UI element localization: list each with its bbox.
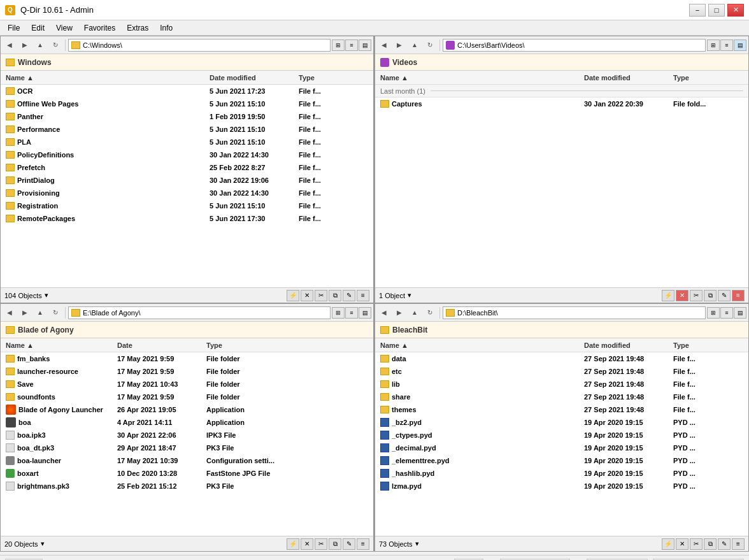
back-button-bl[interactable]: ◀ — [3, 306, 17, 319]
menu-info[interactable]: Info — [155, 22, 178, 34]
back-button-tr[interactable]: ◀ — [377, 39, 391, 52]
view-details-bl[interactable]: ▤ — [359, 307, 371, 319]
table-row[interactable]: boa_dt.pk3 29 Apr 2021 18:47 PK3 File — [1, 442, 373, 454]
status-action-bl-3[interactable]: ✂ — [315, 538, 327, 550]
forward-button-br[interactable]: ▶ — [392, 306, 406, 319]
table-row[interactable]: _elementtree.pyd 19 Apr 2020 19:15 PYD .… — [375, 454, 748, 467]
forward-button-bl[interactable]: ▶ — [18, 306, 32, 319]
status-action-br-4[interactable]: ⧉ — [704, 538, 717, 550]
menu-favorites[interactable]: Favorites — [79, 22, 120, 34]
status-action-tr-6[interactable]: ≡ — [732, 290, 745, 301]
table-row[interactable]: boa-launcher 17 May 2021 10:39 Configura… — [1, 454, 373, 467]
table-row[interactable]: PolicyDefinitions 30 Jan 2022 14:30 File… — [1, 148, 373, 161]
status-action-bl-4[interactable]: ⧉ — [329, 538, 341, 550]
table-row[interactable]: Save 17 May 2021 10:43 File folder — [1, 378, 373, 391]
table-row[interactable]: _bz2.pyd 19 Apr 2020 19:15 PYD ... — [375, 416, 748, 429]
table-row[interactable]: etc 27 Sep 2021 19:48 File f... — [375, 365, 748, 378]
status-action-tr-3[interactable]: ✂ — [690, 290, 703, 301]
table-row[interactable]: Provisioning 30 Jan 2022 14:30 File f... — [1, 187, 373, 199]
table-row[interactable]: share 27 Sep 2021 19:48 File f... — [375, 391, 748, 403]
view-icons-tr[interactable]: ⊞ — [707, 39, 720, 51]
table-row[interactable]: _hashlib.pyd 19 Apr 2020 19:15 PYD ... — [375, 467, 748, 480]
table-row[interactable]: lib 27 Sep 2021 19:48 File f... — [375, 378, 748, 391]
table-row[interactable]: _ctypes.pyd 19 Apr 2020 19:15 PYD ... — [375, 429, 748, 442]
menu-edit[interactable]: Edit — [26, 22, 50, 34]
status-action-br-2[interactable]: ✕ — [676, 538, 688, 550]
forward-button-tr[interactable]: ▶ — [392, 39, 406, 52]
status-action-tr-2[interactable]: ✕ — [676, 290, 688, 301]
table-row[interactable]: OCR 5 Jun 2021 17:23 File f... — [1, 85, 373, 97]
up-button-tr[interactable]: ▲ — [408, 39, 422, 52]
status-dropdown-tr[interactable]: ▾ — [408, 291, 411, 299]
table-row[interactable]: lzma.pyd 19 Apr 2020 19:15 PYD ... — [375, 480, 748, 492]
table-row[interactable]: fm_banks 17 May 2021 9:59 File folder — [1, 352, 373, 365]
forward-button[interactable]: ▶ — [18, 39, 32, 52]
status-action-4[interactable]: ⧉ — [329, 290, 341, 301]
view-list[interactable]: ≡ — [345, 39, 358, 51]
table-row[interactable]: boa 4 Apr 2021 14:11 Application — [1, 416, 373, 429]
table-row[interactable]: Blade of Agony Launcher 26 Apr 2021 19:0… — [1, 403, 373, 416]
address-bar-bottom-right[interactable]: D:\BleachBit\ — [443, 306, 706, 319]
back-button-br[interactable]: ◀ — [377, 306, 391, 319]
status-action-br-1[interactable]: ⚡ — [662, 538, 674, 550]
status-action-bl-2[interactable]: ✕ — [301, 538, 313, 550]
status-action-bl-5[interactable]: ✎ — [343, 538, 355, 550]
view-icons-br[interactable]: ⊞ — [707, 307, 720, 319]
address-bar-bottom-left[interactable]: E:\Blade of Agony\ — [68, 306, 331, 319]
view-icons-bl[interactable]: ⊞ — [332, 307, 345, 319]
file-list-bottom-left[interactable]: Name ▲ Date Type fm_banks 17 May 2021 9:… — [1, 338, 373, 536]
minimize-button[interactable]: − — [689, 4, 706, 17]
up-button[interactable]: ▲ — [33, 39, 47, 52]
status-action-tr-4[interactable]: ⧉ — [704, 290, 717, 301]
table-row[interactable]: soundfonts 17 May 2021 9:59 File folder — [1, 391, 373, 403]
status-action-br-3[interactable]: ✂ — [690, 538, 703, 550]
refresh-button[interactable]: ↻ — [48, 39, 62, 52]
maximize-button[interactable]: □ — [708, 4, 725, 17]
file-list-top-left[interactable]: Name ▲ Date modified Type OCR 5 Jun 2021… — [1, 71, 373, 287]
table-row[interactable]: themes 27 Sep 2021 19:48 File f... — [375, 403, 748, 416]
status-dropdown-bl[interactable]: ▾ — [41, 540, 45, 548]
table-row[interactable]: launcher-resource 17 May 2021 9:59 File … — [1, 365, 373, 378]
table-row[interactable]: data 27 Sep 2021 19:48 File f... — [375, 352, 748, 365]
status-action-tr-1[interactable]: ⚡ — [662, 290, 674, 301]
menu-view[interactable]: View — [51, 22, 78, 34]
status-action-tr-5[interactable]: ✎ — [718, 290, 731, 301]
file-list-bottom-right[interactable]: Name ▲ Date modified Type data 27 Sep 20… — [375, 338, 748, 536]
table-row[interactable]: Panther 1 Feb 2019 19:50 File f... — [1, 110, 373, 123]
table-row[interactable]: Prefetch 25 Feb 2022 8:27 File f... — [1, 161, 373, 174]
up-button-br[interactable]: ▲ — [408, 306, 422, 319]
view-details-tr[interactable]: ▤ — [734, 39, 746, 51]
view-list-tr[interactable]: ≡ — [720, 39, 733, 51]
table-row[interactable]: boxart 10 Dec 2020 13:28 FastStone JPG F… — [1, 467, 373, 480]
table-row[interactable]: brightmans.pk3 25 Feb 2021 15:12 PK3 Fil… — [1, 480, 373, 492]
address-bar-top-right[interactable]: C:\Users\Bart\Videos\ — [443, 39, 706, 52]
table-row[interactable]: Performance 5 Jun 2021 15:10 File f... — [1, 123, 373, 136]
up-button-bl[interactable]: ▲ — [33, 306, 47, 319]
close-button[interactable]: ✕ — [727, 4, 744, 17]
table-row[interactable]: Registration 5 Jun 2021 15:10 File f... — [1, 199, 373, 212]
status-action-6[interactable]: ≡ — [357, 290, 369, 301]
table-row[interactable]: PrintDialog 30 Jan 2022 19:06 File f... — [1, 174, 373, 187]
status-action-br-5[interactable]: ✎ — [718, 538, 731, 550]
menu-extras[interactable]: Extras — [122, 22, 153, 34]
view-details-br[interactable]: ▤ — [734, 307, 746, 319]
view-list-br[interactable]: ≡ — [720, 307, 733, 319]
file-list-top-right[interactable]: Name ▲ Date modified Type Last month (1)… — [375, 71, 748, 287]
view-details[interactable]: ▤ — [359, 39, 371, 51]
table-row[interactable]: RemotePackages 5 Jun 2021 17:30 File f..… — [1, 212, 373, 225]
status-dropdown-br[interactable]: ▾ — [415, 540, 419, 548]
status-action-3[interactable]: ✂ — [315, 290, 327, 301]
view-icons[interactable]: ⊞ — [332, 39, 345, 51]
table-row[interactable]: PLA 5 Jun 2021 15:10 File f... — [1, 136, 373, 148]
table-row[interactable]: Offline Web Pages 5 Jun 2021 15:10 File … — [1, 97, 373, 110]
menu-file[interactable]: File — [3, 22, 25, 34]
table-row[interactable]: _decimal.pyd 19 Apr 2020 19:15 PYD ... — [375, 442, 748, 454]
status-action-1[interactable]: ⚡ — [287, 290, 299, 301]
status-action-5[interactable]: ✎ — [343, 290, 355, 301]
table-row[interactable]: boa.ipk3 30 Apr 2021 22:06 IPK3 File — [1, 429, 373, 442]
address-bar-top-left[interactable]: C:\Windows\ — [68, 39, 331, 52]
refresh-button-bl[interactable]: ↻ — [48, 306, 62, 319]
status-dropdown[interactable]: ▾ — [45, 291, 48, 299]
view-list-bl[interactable]: ≡ — [345, 307, 358, 319]
status-action-bl-6[interactable]: ≡ — [357, 538, 369, 550]
